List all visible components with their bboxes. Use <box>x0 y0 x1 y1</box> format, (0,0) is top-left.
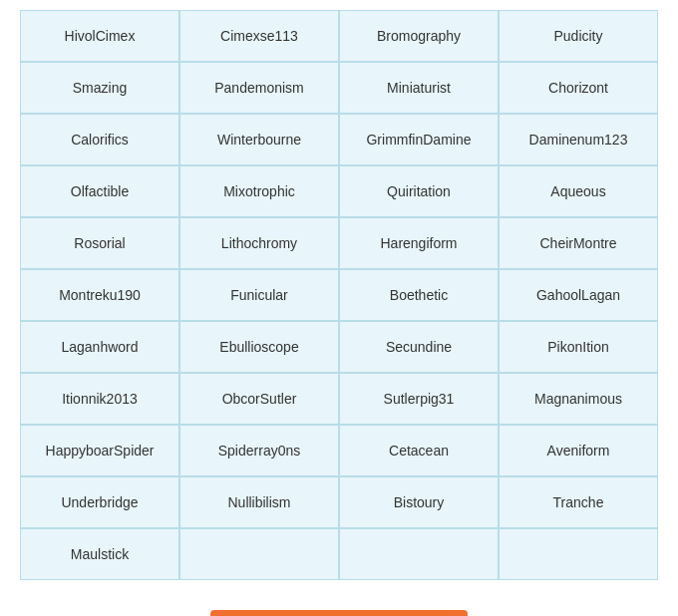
grid-cell: Aqueous <box>499 165 658 217</box>
grid-cell: Secundine <box>339 321 499 373</box>
grid-cell: Winterbourne <box>179 114 339 165</box>
grid-cell: Cimexse113 <box>179 10 339 62</box>
grid-row: CalorificsWinterbourneGrimmfinDamineDami… <box>20 114 658 165</box>
grid-cell: Lithochromy <box>179 217 339 269</box>
grid-cell: Cetacean <box>339 425 499 476</box>
grid-cell <box>179 528 339 580</box>
names-grid: HivolCimexCimexse113BromographyPudicityS… <box>20 10 658 580</box>
grid-cell: Miniaturist <box>339 62 499 114</box>
grid-row: HivolCimexCimexse113BromographyPudicity <box>20 10 658 62</box>
grid-cell: Sutlerpig31 <box>339 373 499 425</box>
grid-cell: Tranche <box>499 476 658 528</box>
grid-cell: Olfactible <box>20 165 179 217</box>
grid-cell: Bistoury <box>339 476 499 528</box>
grid-cell: Chorizont <box>499 62 658 114</box>
grid-cell: Nullibilism <box>179 476 339 528</box>
grid-row: HappyboarSpiderSpiderray0nsCetaceanAveni… <box>20 425 658 476</box>
grid-cell: Calorifics <box>20 114 179 165</box>
grid-cell: GrimmfinDamine <box>339 114 499 165</box>
grid-cell: Laganhword <box>20 321 179 373</box>
grid-cell: Itionnik2013 <box>20 373 179 425</box>
grid-cell: PikonItion <box>499 321 658 373</box>
grid-cell: Harengiform <box>339 217 499 269</box>
grid-cell: Pandemonism <box>179 62 339 114</box>
grid-cell: Mixotrophic <box>179 165 339 217</box>
grid-cell: Quiritation <box>339 165 499 217</box>
grid-cell: Daminenum123 <box>499 114 658 165</box>
grid-cell: ObcorSutler <box>179 373 339 425</box>
generate-button[interactable]: ↻ New PSN Name Generator <box>210 610 468 616</box>
grid-cell: CheirMontre <box>499 217 658 269</box>
grid-cell: GahoolLagan <box>499 269 658 321</box>
grid-cell: HivolCimex <box>20 10 179 62</box>
grid-cell: Rosorial <box>20 217 179 269</box>
grid-row: UnderbridgeNullibilismBistouryTranche <box>20 476 658 528</box>
grid-cell: Pudicity <box>499 10 658 62</box>
grid-cell: Bromography <box>339 10 499 62</box>
grid-cell: Underbridge <box>20 476 179 528</box>
grid-row: OlfactibleMixotrophicQuiritationAqueous <box>20 165 658 217</box>
grid-cell: HappyboarSpider <box>20 425 179 476</box>
grid-row: Montreku190FunicularBoetheticGahoolLagan <box>20 269 658 321</box>
grid-cell: Smazing <box>20 62 179 114</box>
grid-row: Maulstick <box>20 528 658 580</box>
grid-row: Itionnik2013ObcorSutlerSutlerpig31Magnan… <box>20 373 658 425</box>
grid-cell: Magnanimous <box>499 373 658 425</box>
grid-cell: Funicular <box>179 269 339 321</box>
grid-row: RosorialLithochromyHarengiformCheirMontr… <box>20 217 658 269</box>
grid-cell <box>339 528 499 580</box>
grid-cell <box>499 528 658 580</box>
grid-cell: Maulstick <box>20 528 179 580</box>
grid-cell: Ebullioscope <box>179 321 339 373</box>
grid-cell: Spiderray0ns <box>179 425 339 476</box>
grid-cell: Aveniform <box>499 425 658 476</box>
grid-cell: Boethetic <box>339 269 499 321</box>
grid-row: SmazingPandemonismMiniaturistChorizont <box>20 62 658 114</box>
grid-cell: Montreku190 <box>20 269 179 321</box>
grid-row: LaganhwordEbullioscopeSecundinePikonItio… <box>20 321 658 373</box>
button-container: ↻ New PSN Name Generator <box>210 610 468 616</box>
